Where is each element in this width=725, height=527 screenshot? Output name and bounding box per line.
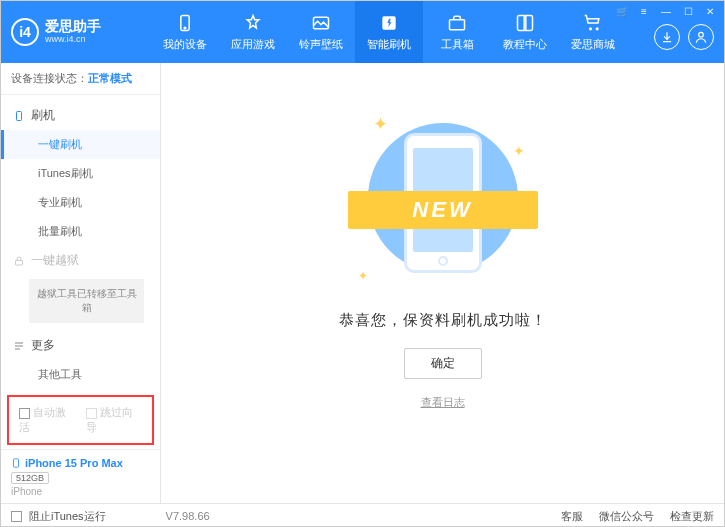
nav-label: 铃声壁纸 — [299, 37, 343, 52]
menu-icon[interactable]: ≡ — [636, 4, 652, 18]
nav-toolbox[interactable]: 工具箱 — [423, 1, 491, 63]
view-log-link[interactable]: 查看日志 — [421, 395, 465, 410]
svg-point-1 — [184, 27, 186, 29]
close-icon[interactable]: ✕ — [702, 4, 718, 18]
options-row: 自动激活 跳过向导 — [7, 395, 154, 445]
svg-rect-8 — [14, 459, 19, 467]
toolbox-icon — [446, 12, 468, 34]
flash-icon — [378, 12, 400, 34]
svg-rect-6 — [17, 111, 22, 120]
nav-apps[interactable]: 应用游戏 — [219, 1, 287, 63]
block-itunes-label: 阻止iTunes运行 — [29, 509, 106, 524]
success-illustration: ✦ ✦ ✦ NEW — [343, 113, 543, 293]
app-url: www.i4.cn — [45, 35, 101, 45]
footer: 阻止iTunes运行 V7.98.66 客服 微信公众号 检查更新 — [1, 503, 724, 527]
sidebar-group-label: 一键越狱 — [31, 252, 79, 269]
book-icon — [514, 12, 536, 34]
nav-label: 教程中心 — [503, 37, 547, 52]
ok-button[interactable]: 确定 — [404, 348, 482, 379]
checkbox-skip-guide[interactable]: 跳过向导 — [86, 405, 143, 435]
success-message: 恭喜您，保资料刷机成功啦！ — [339, 311, 547, 330]
jailbreak-note: 越狱工具已转移至工具箱 — [29, 279, 144, 323]
cart-icon[interactable]: 🛒 — [614, 4, 630, 18]
nav-label: 工具箱 — [441, 37, 474, 52]
phone-icon — [11, 456, 21, 470]
sidebar-item-other-tools[interactable]: 其他工具 — [1, 360, 160, 389]
footer-wechat[interactable]: 微信公众号 — [599, 509, 654, 524]
sidebar-group-label: 刷机 — [31, 107, 55, 124]
app-title: 爱思助手 — [45, 19, 101, 34]
nav-ringtones[interactable]: 铃声壁纸 — [287, 1, 355, 63]
sidebar-item-download-firmware[interactable]: 下载固件 — [1, 389, 160, 391]
sidebar-group-jailbreak: 一键越狱 — [1, 246, 160, 275]
logo-area: i4 爱思助手 www.i4.cn — [11, 18, 151, 46]
sidebar-group-flash[interactable]: 刷机 — [1, 101, 160, 130]
sidebar-item-pro-flash[interactable]: 专业刷机 — [1, 188, 160, 217]
sidebar-item-batch-flash[interactable]: 批量刷机 — [1, 217, 160, 246]
svg-point-5 — [699, 32, 704, 37]
nav-tutorials[interactable]: 教程中心 — [491, 1, 559, 63]
nav-flash[interactable]: 智能刷机 — [355, 1, 423, 63]
svg-rect-7 — [16, 260, 23, 265]
sidebar-group-more[interactable]: 更多 — [1, 331, 160, 360]
device-type: iPhone — [11, 486, 150, 497]
main-panel: ✦ ✦ ✦ NEW 恭喜您，保资料刷机成功啦！ 确定 查看日志 — [161, 63, 724, 503]
status-value: 正常模式 — [88, 72, 132, 84]
maximize-icon[interactable]: ☐ — [680, 4, 696, 18]
svg-rect-4 — [450, 20, 465, 30]
sidebar-group-label: 更多 — [31, 337, 55, 354]
nav-label: 爱思商城 — [571, 37, 615, 52]
version-label: V7.98.66 — [166, 510, 210, 522]
sidebar-item-oneclick-flash[interactable]: 一键刷机 — [1, 130, 160, 159]
minimize-icon[interactable]: — — [658, 4, 674, 18]
store-icon — [582, 12, 604, 34]
device-icon — [174, 12, 196, 34]
logo-icon: i4 — [11, 18, 39, 46]
lock-icon — [13, 255, 25, 267]
image-icon — [310, 12, 332, 34]
footer-check-update[interactable]: 检查更新 — [670, 509, 714, 524]
user-button[interactable] — [688, 24, 714, 50]
checkbox-auto-activate[interactable]: 自动激活 — [19, 405, 76, 435]
footer-support[interactable]: 客服 — [561, 509, 583, 524]
status-label: 设备连接状态： — [11, 72, 88, 84]
checkbox-block-itunes[interactable] — [11, 511, 22, 522]
nav-label: 我的设备 — [163, 37, 207, 52]
ribbon-text: NEW — [348, 191, 538, 229]
sidebar-item-itunes-flash[interactable]: iTunes刷机 — [1, 159, 160, 188]
app-header: 🛒 ≡ — ☐ ✕ i4 爱思助手 www.i4.cn 我的设备 应用游戏 铃声… — [1, 1, 724, 63]
list-icon — [13, 340, 25, 352]
device-name-label: iPhone 15 Pro Max — [25, 457, 123, 469]
nav-label: 智能刷机 — [367, 37, 411, 52]
sidebar: 设备连接状态：正常模式 刷机 一键刷机 iTunes刷机 专业刷机 批量刷机 一… — [1, 63, 161, 503]
download-button[interactable] — [654, 24, 680, 50]
nav-my-device[interactable]: 我的设备 — [151, 1, 219, 63]
window-controls: 🛒 ≡ — ☐ ✕ — [614, 4, 718, 18]
apps-icon — [242, 12, 264, 34]
connection-status: 设备连接状态：正常模式 — [1, 63, 160, 95]
device-info[interactable]: iPhone 15 Pro Max 512GB iPhone — [1, 449, 160, 503]
nav-label: 应用游戏 — [231, 37, 275, 52]
phone-icon — [13, 110, 25, 122]
top-nav: 我的设备 应用游戏 铃声壁纸 智能刷机 工具箱 教程中心 爱思商城 — [151, 1, 654, 63]
device-storage: 512GB — [11, 472, 49, 484]
